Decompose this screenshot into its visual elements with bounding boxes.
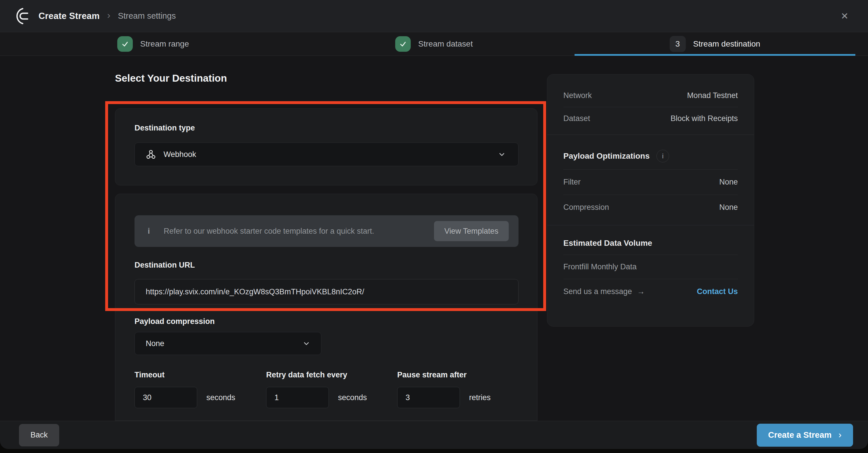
breadcrumb-current: Stream settings [118,11,176,21]
network-value: Monad Testnet [687,91,738,100]
estimated-volume-heading: Estimated Data Volume [563,239,652,248]
summary-row-network: Network Monad Testnet [563,86,738,107]
contact-message-label: Send us a message → [563,287,645,296]
summary-row-contact: Send us a message → Contact Us [563,279,738,304]
tab-stream-dataset[interactable]: Stream dataset [293,32,574,56]
tab-label: Stream destination [693,39,760,49]
info-banner: i Refer to our webhook starter code temp… [134,215,519,247]
payload-optimizations-heading-row: Payload Optimizations i [563,135,738,169]
dataset-value: Block with Receipts [671,114,738,123]
estimated-volume-heading-row: Estimated Data Volume [563,225,738,255]
section-heading: Select Your Destination [115,72,227,84]
timeout-input[interactable] [134,387,197,408]
destination-type-card: Destination type Webhook [115,109,537,185]
retry-field-group: Retry data fetch every seconds [266,370,367,408]
payload-compression-select[interactable]: None [134,332,321,355]
streams-logo-icon [16,8,31,24]
payload-optimizations-heading: Payload Optimizations [563,151,650,161]
check-icon [399,40,407,48]
summary-row-filter: Filter None [563,170,738,194]
close-icon[interactable]: ✕ [837,9,852,23]
pause-unit: retries [469,393,491,402]
destination-url-input[interactable] [134,279,519,304]
create-stream-modal: Create Stream › Stream settings ✕ Stream… [0,0,868,449]
view-templates-button[interactable]: View Templates [434,221,509,241]
summary-row-frontfill: Frontfill Monthly Data [563,255,738,279]
stream-summary-panel: Network Monad Testnet Dataset Block with… [547,74,754,327]
breadcrumb-chevron-icon: › [107,9,111,21]
network-label: Network [563,91,592,100]
info-banner-text: Refer to our webhook starter code templa… [164,227,374,236]
payload-compression-label: Payload compression [134,317,215,326]
timeout-unit: seconds [206,393,236,402]
webhook-settings-card: i Refer to our webhook starter code temp… [115,194,537,421]
page-title: Create Stream [38,11,100,21]
step-tabs: Stream range Stream dataset 3 Stream des… [0,32,868,56]
step-complete-badge [395,36,411,52]
tab-label: Stream range [140,39,189,49]
destination-url-label: Destination URL [134,261,195,270]
summary-row-dataset: Dataset Block with Receipts [563,107,738,134]
destination-type-label: Destination type [134,124,195,132]
payload-compression-value: None [146,339,164,348]
info-icon[interactable]: i [656,150,669,162]
compression-label: Compression [563,203,609,212]
summary-row-compression: Compression None [563,195,738,225]
chevron-down-icon [302,339,311,348]
chevron-right-icon: › [838,430,842,439]
back-button[interactable]: Back [19,424,59,446]
chevron-down-icon [498,150,506,159]
tab-stream-range[interactable]: Stream range [13,32,293,56]
timeout-label: Timeout [134,370,236,380]
retry-interval-input[interactable] [266,387,329,408]
footer-bar: Back Create a Stream › [0,421,868,449]
frontfill-label: Frontfill Monthly Data [563,263,637,271]
filter-label: Filter [563,178,581,186]
step-complete-badge [117,36,133,52]
compression-value: None [719,203,738,212]
pause-after-label: Pause stream after [397,370,491,380]
create-stream-label: Create a Stream [768,430,832,440]
webhook-icon [146,149,156,159]
filter-value: None [719,178,738,186]
dataset-label: Dataset [563,114,590,123]
contact-us-link[interactable]: Contact Us [697,287,738,296]
contact-message-text: Send us a message [563,287,632,296]
tab-label: Stream dataset [418,39,473,49]
step-number-badge: 3 [670,36,686,52]
check-icon [121,40,129,48]
tab-stream-destination[interactable]: 3 Stream destination [575,32,855,56]
destination-type-select[interactable]: Webhook [134,143,519,166]
pause-retries-input[interactable] [397,387,460,408]
retry-unit: seconds [338,393,367,402]
retry-label: Retry data fetch every [266,370,367,380]
create-stream-button[interactable]: Create a Stream › [757,424,853,447]
pause-field-group: Pause stream after retries [397,370,491,408]
top-bar: Create Stream › Stream settings ✕ [0,0,868,32]
arrow-right-icon: → [637,287,645,296]
info-icon: i [148,227,150,236]
timeout-field-group: Timeout seconds [134,370,236,408]
main-content: Select Your Destination Destination type… [0,56,868,421]
destination-type-value: Webhook [163,150,196,159]
